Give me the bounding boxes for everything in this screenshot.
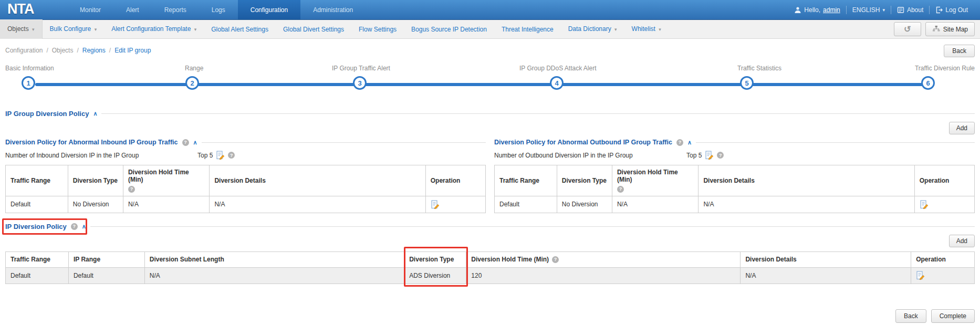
subnav-item-global-alert-settings[interactable]: Global Alert Settings: [204, 20, 276, 39]
wizard-footer: Back Complete: [895, 309, 975, 323]
page-content: ConfigurationObjectsRegionsEdit IP group…: [0, 47, 980, 325]
chevron-down-icon: ▾: [95, 27, 97, 32]
nav-item-configuration[interactable]: Configuration: [238, 0, 300, 19]
nav-item-administration[interactable]: Administration: [300, 0, 366, 19]
about-button[interactable]: About: [891, 6, 929, 14]
help-icon[interactable]: ?: [717, 152, 724, 159]
chevron-down-icon: ▾: [882, 7, 885, 13]
inbound-panel-header: Diversion Policy for Abnormal Inbound IP…: [5, 139, 486, 146]
cell-diversion-type: ADS Diversion: [404, 267, 466, 284]
subnav-item-data-dictionary[interactable]: Data Dictionary ▾: [561, 19, 624, 39]
site-map-label: Site Map: [943, 26, 968, 33]
cell-diversion-details: N/A: [698, 196, 914, 213]
edit-icon[interactable]: [431, 200, 440, 209]
subnav-item-bulk-configure[interactable]: Bulk Configure ▾: [43, 19, 105, 39]
step-circle-3[interactable]: 3: [353, 76, 367, 90]
col-hold-time-label: Diversion Hold Time (Min): [471, 256, 549, 263]
section-title: IP Diversion Policy: [5, 223, 67, 230]
back-button-top[interactable]: Back: [944, 45, 975, 57]
step-circle-6[interactable]: 6: [921, 76, 935, 90]
language-selector[interactable]: ENGLISH ▾: [846, 6, 891, 14]
person-icon: [794, 6, 801, 14]
step-circle-5[interactable]: 5: [740, 76, 754, 90]
back-button-bottom[interactable]: Back: [895, 309, 926, 323]
diversion-policy-panels: Diversion Policy for Abnormal Inbound IP…: [5, 139, 975, 213]
step-circle-2[interactable]: 2: [185, 76, 199, 90]
step-circle-1[interactable]: 1: [22, 76, 35, 90]
cell-diversion-details: N/A: [741, 267, 911, 284]
chevron-down-icon: ▾: [32, 27, 35, 32]
help-icon[interactable]: ?: [676, 139, 683, 146]
nav-item-alert[interactable]: Alert: [113, 0, 152, 19]
col-diversion-type: Diversion Type: [68, 165, 123, 196]
nav-item-logs[interactable]: Logs: [199, 0, 238, 19]
help-icon[interactable]: ?: [228, 152, 235, 159]
configuration-subnav: Objects ▾ Bulk Configure ▾ Alert Configu…: [0, 20, 980, 39]
count-label: Number of Inbound Diversion IP in the IP…: [5, 152, 194, 159]
step-label-basic-information: Basic Information: [5, 65, 54, 72]
ip-group-diversion-policy-section-header: IP Group Diversion Policy ∧: [5, 110, 975, 118]
cell-traffic-range: Default: [6, 267, 69, 284]
user-greeting: Hello, admin: [788, 6, 846, 14]
complete-button[interactable]: Complete: [931, 309, 975, 323]
username-link[interactable]: admin: [823, 6, 840, 14]
breadcrumb-edit-ip-group: Edit IP group: [106, 47, 151, 54]
help-icon[interactable]: ?: [617, 186, 624, 193]
main-menu: Monitor Alert Reports Logs Configuration…: [67, 0, 366, 19]
collapse-icon[interactable]: ∧: [687, 139, 692, 146]
collapse-icon[interactable]: ∧: [193, 139, 197, 146]
subnav-item-flow-settings[interactable]: Flow Settings: [351, 20, 404, 39]
subnav-item-alert-configuration-template[interactable]: Alert Configuration Template ▾: [104, 19, 204, 39]
add-group-policy-button[interactable]: Add: [949, 122, 975, 134]
help-icon[interactable]: ?: [128, 186, 135, 193]
site-map-button[interactable]: Site Map: [925, 22, 975, 36]
top-navbar: NTA Monitor Alert Reports Logs Configura…: [0, 0, 980, 20]
inbound-count-row: Number of Inbound Diversion IP in the IP…: [5, 151, 486, 160]
cell-operation: [914, 196, 974, 213]
subnav-item-threat-intelligence[interactable]: Threat Intelligence: [494, 20, 561, 39]
divider: [90, 226, 975, 227]
edit-icon[interactable]: [705, 151, 714, 160]
divider: [696, 142, 975, 143]
language-label: ENGLISH: [852, 6, 880, 14]
collapse-icon[interactable]: ∧: [82, 223, 86, 230]
ip-diversion-policy-table: Traffic Range IP Range Diversion Subnet …: [5, 251, 975, 284]
step-circle-4[interactable]: 4: [550, 76, 564, 90]
edit-icon[interactable]: [216, 151, 225, 160]
subnav-item-objects[interactable]: Objects ▾: [0, 19, 43, 39]
step-label-range: Range: [185, 65, 203, 72]
cell-diversion-type: No Diversion: [68, 196, 123, 213]
subnav-label: Alert Configuration Template: [111, 25, 191, 33]
nav-item-monitor[interactable]: Monitor: [67, 0, 113, 19]
edit-icon[interactable]: [920, 200, 929, 209]
logout-button[interactable]: Log Out: [929, 6, 974, 14]
sitemap-icon: [932, 25, 940, 33]
subnav-item-global-divert-settings[interactable]: Global Divert Settings: [276, 20, 351, 39]
table-header-row: Traffic Range Diversion Type Diversion H…: [495, 165, 975, 196]
count-label: Number of Outbound Diversion IP in the I…: [494, 152, 683, 159]
col-diversion-type: Diversion Type: [404, 251, 466, 267]
edit-icon[interactable]: [916, 271, 925, 280]
breadcrumb-objects: Objects: [43, 47, 73, 54]
count-value: Top 5: [686, 152, 702, 159]
add-ip-policy-button[interactable]: Add: [949, 235, 975, 247]
help-icon[interactable]: ?: [71, 223, 78, 230]
col-traffic-range: Traffic Range: [495, 165, 557, 196]
navbar-user-area: Hello, admin ENGLISH ▾ About Log Out: [788, 0, 980, 19]
breadcrumb-regions[interactable]: Regions: [73, 47, 105, 54]
collapse-icon[interactable]: ∧: [93, 110, 97, 117]
cell-hold-time: N/A: [123, 196, 210, 213]
outbound-policy-panel: Diversion Policy for Abnormal Outbound I…: [494, 139, 975, 213]
subnav-item-whitelist[interactable]: Whitelist ▾: [624, 19, 669, 39]
subnav-item-bogus-source-ip-detection[interactable]: Bogus Source IP Detection: [404, 20, 494, 39]
help-icon[interactable]: ?: [182, 139, 189, 146]
greeting-text: Hello,: [804, 6, 820, 14]
cell-hold-time: N/A: [612, 196, 698, 213]
panel-title: Diversion Policy for Abnormal Inbound IP…: [5, 139, 178, 146]
col-hold-time: Diversion Hold Time (Min) ?: [612, 165, 698, 196]
nav-item-reports[interactable]: Reports: [152, 0, 199, 19]
refresh-button[interactable]: ↺: [894, 22, 921, 36]
help-icon[interactable]: ?: [552, 256, 559, 263]
subnav-label: Objects: [7, 25, 29, 33]
cell-ip-range: Default: [68, 267, 144, 284]
